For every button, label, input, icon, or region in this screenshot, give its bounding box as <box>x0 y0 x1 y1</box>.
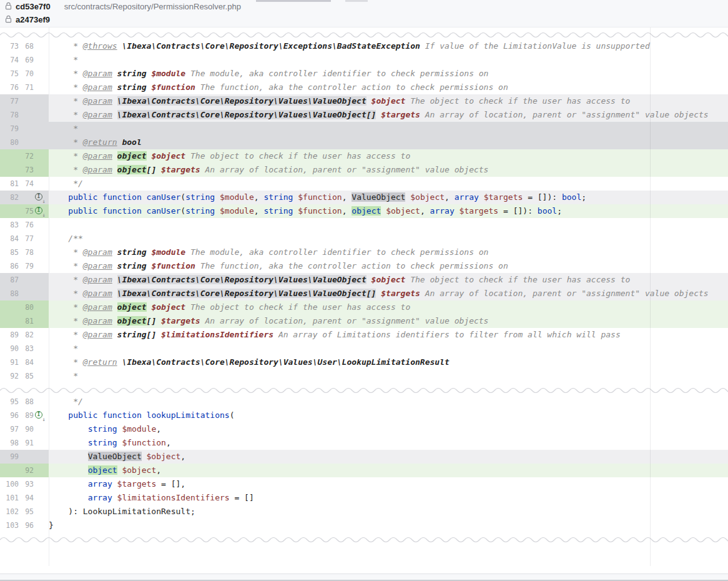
line-number-new: 79 <box>20 262 34 271</box>
code-token <box>112 275 117 284</box>
code-token: string <box>117 82 147 92</box>
code-line[interactable]: public function canUser(string $module, … <box>49 204 728 218</box>
code-line[interactable]: * @param \Ibexa\Contracts\Core\Repositor… <box>49 108 728 122</box>
code-line[interactable]: * @param object[] $targets An array of l… <box>49 314 728 328</box>
code-line[interactable]: * @param object $object The object to ch… <box>49 149 728 163</box>
line-gutter: 8477 <box>0 232 49 246</box>
code-token: The module, aka controller identifier to… <box>185 247 488 257</box>
collapsed-region-separator[interactable] <box>0 383 728 395</box>
lock-icon <box>5 14 12 26</box>
line-number-old: 84 <box>0 234 19 243</box>
code-line[interactable]: * @param object $object The object to ch… <box>49 300 728 314</box>
diff-line: 88 * @param \Ibexa\Contracts\Core\Reposi… <box>0 287 728 300</box>
code-line[interactable]: /** <box>49 232 728 246</box>
gutter-icon-slot: I↓ <box>34 191 47 204</box>
code-line[interactable]: ValueObject $object, <box>49 450 728 464</box>
implementations-gutter-icon[interactable]: I↓ <box>35 207 44 216</box>
code-token: $function <box>122 438 165 447</box>
code-line[interactable]: * @param \Ibexa\Contracts\Core\Repositor… <box>49 273 728 287</box>
code-line[interactable]: string $module, <box>49 422 728 436</box>
gutter-icon-slot <box>34 491 47 505</box>
code-token: @param <box>83 261 112 271</box>
code-token: canUser <box>147 192 181 202</box>
code-token: \Ibexa\Contracts\Core\Repository\Values\… <box>122 357 449 367</box>
line-gutter: 10194 <box>0 491 49 505</box>
code-token: , <box>445 192 455 202</box>
code-line[interactable]: * @param \Ibexa\Contracts\Core\Repositor… <box>49 94 728 108</box>
code-token: object <box>352 206 381 216</box>
code-token: [] <box>147 165 157 174</box>
code-line[interactable]: * @return \Ibexa\Contracts\Core\Reposito… <box>49 355 728 369</box>
code-token: @param <box>83 275 112 284</box>
code-token: , <box>254 206 264 216</box>
code-token <box>156 165 161 174</box>
gutter-icon-slot <box>34 177 47 191</box>
line-number-old: 92 <box>0 372 19 380</box>
code-line[interactable]: */ <box>49 177 728 191</box>
code-line[interactable]: * @param string $module The module, aka … <box>49 67 728 81</box>
line-number-new: 85 <box>20 372 34 380</box>
code-line[interactable]: * <box>49 53 728 67</box>
diff-editor: 7368 * @throws \Ibexa\Contracts\Core\Rep… <box>0 27 728 574</box>
gutter-icon-slot <box>34 94 47 108</box>
code-token <box>49 479 88 489</box>
gutter-icon-slot <box>34 519 47 532</box>
code-line[interactable]: public function lookupLimitations( <box>49 409 728 422</box>
code-token: object <box>117 151 147 161</box>
code-line[interactable]: * @param \Ibexa\Contracts\Core\Repositor… <box>49 287 728 300</box>
diff-line: 78 * @param \Ibexa\Contracts\Core\Reposi… <box>0 108 728 122</box>
line-number-old: 87 <box>0 276 19 284</box>
code-token: * <box>49 261 83 271</box>
code-line[interactable]: * <box>49 342 728 355</box>
code-line[interactable]: string $function, <box>49 436 728 450</box>
collapsed-region-separator[interactable] <box>0 27 728 39</box>
gutter-icon-slot <box>34 464 47 477</box>
code-line[interactable]: * @param object[] $targets An array of l… <box>49 163 728 177</box>
code-token: array <box>88 493 112 502</box>
code-token: @param <box>83 69 112 78</box>
collapsed-region-separator[interactable] <box>0 532 728 544</box>
code-token: * <box>49 82 83 92</box>
diff-line: 9790 string $module, <box>0 422 728 436</box>
code-token: * <box>49 330 83 339</box>
code-token: The object to check if the user has acce… <box>185 302 410 312</box>
code-line[interactable]: array $limitationsIdentifiers = [] <box>49 491 728 505</box>
diff-line: 10093 array $targets = [], <box>0 477 728 491</box>
gutter-icon-slot <box>34 328 47 342</box>
code-line[interactable]: */ <box>49 395 728 409</box>
line-gutter: 9891 <box>0 436 49 450</box>
code-token: @param <box>83 96 112 106</box>
code-line[interactable]: * <box>49 369 728 383</box>
implementations-gutter-icon[interactable]: I↓ <box>35 411 44 420</box>
code-line[interactable]: * @param string $function The function, … <box>49 259 728 273</box>
code-line[interactable] <box>49 218 728 232</box>
code-line[interactable]: * @param string[] $limitationsIdentifier… <box>49 328 728 342</box>
code-token <box>381 206 386 216</box>
code-token: = []): <box>523 192 562 202</box>
diff-line: 8477 /** <box>0 232 728 246</box>
line-number-old: 79 <box>0 124 19 133</box>
code-line[interactable]: * @param string $module The module, aka … <box>49 246 728 259</box>
gutter-icon-slot <box>34 259 47 273</box>
code-line[interactable]: * @throws \Ibexa\Contracts\Core\Reposito… <box>49 39 728 53</box>
line-gutter: 80 <box>0 300 49 314</box>
code-token <box>156 330 161 339</box>
code-token: object <box>117 302 147 312</box>
code-line[interactable]: * @return bool <box>49 136 728 149</box>
line-number-new: 90 <box>20 425 34 434</box>
code-line[interactable]: * @param string $function The function, … <box>49 81 728 94</box>
revision-row-right: a2473ef9 <box>0 13 728 26</box>
code-line[interactable]: } <box>49 519 728 532</box>
code-line[interactable]: ): LookupLimitationResult; <box>49 505 728 519</box>
code-token <box>479 192 484 202</box>
gutter-icon-slot <box>34 342 47 355</box>
gutter-icon-slot <box>34 53 47 67</box>
code-line[interactable]: public function canUser(string $module, … <box>49 191 728 204</box>
code-line[interactable]: array $targets = [], <box>49 477 728 491</box>
code-line[interactable]: * <box>49 122 728 136</box>
code-token: An array of location, parent or "assignm… <box>420 110 709 119</box>
implementations-gutter-icon[interactable]: I↓ <box>35 193 44 202</box>
window-fragment <box>256 0 331 2</box>
code-line[interactable]: object $object, <box>49 464 728 477</box>
code-token: array <box>88 479 112 489</box>
